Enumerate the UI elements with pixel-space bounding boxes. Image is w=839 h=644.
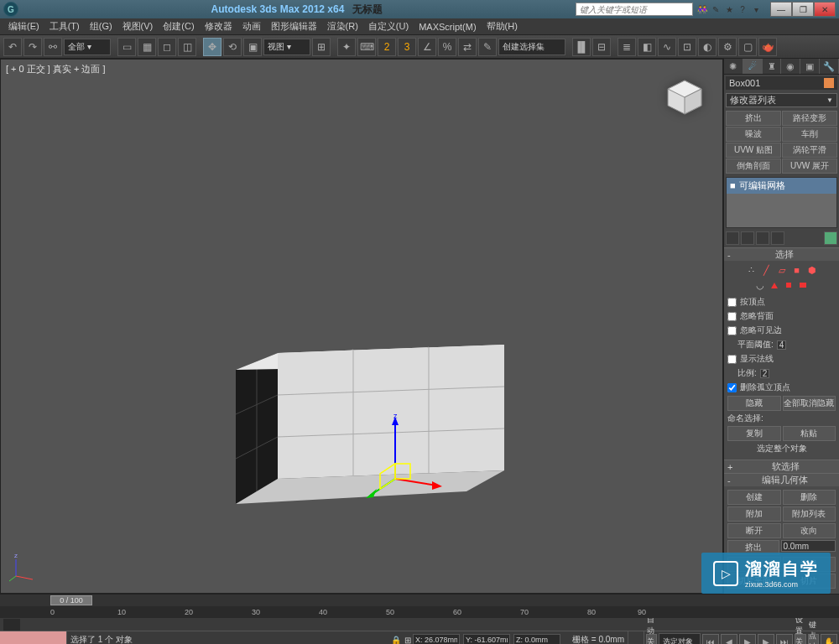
pivot-center-button[interactable]: ⊞ <box>312 38 331 56</box>
menu-group[interactable]: 组(G) <box>85 20 117 33</box>
dropdown-icon[interactable]: ▾ <box>750 3 762 15</box>
link-button[interactable]: ⚯ <box>44 38 62 56</box>
attach-list-button[interactable]: 附加列表 <box>783 506 836 522</box>
make-unique-button[interactable] <box>756 231 769 245</box>
lock-icon[interactable]: 🔒 <box>391 636 401 644</box>
key-target-combo[interactable]: 选定对象 <box>659 633 701 644</box>
viewcube[interactable] <box>664 76 706 118</box>
utilities-tab[interactable]: 🔧 <box>820 59 839 74</box>
hide-button[interactable]: 隐藏 <box>727 396 781 411</box>
menu-tools[interactable]: 工具(T) <box>44 20 85 33</box>
minimize-button[interactable]: — <box>770 2 792 17</box>
break-button[interactable]: 断开 <box>727 523 781 538</box>
viewport-label[interactable]: [ + 0 正交 ] 真实 + 边面 ] <box>6 63 106 75</box>
edit-named-sel-button[interactable]: ✎ <box>478 38 497 56</box>
selection-lock-toggle[interactable]: ⊸ <box>628 631 644 644</box>
mod-btn-turbosmooth[interactable]: 涡轮平滑 <box>782 143 837 158</box>
sel-row2-3[interactable] <box>782 279 795 291</box>
manipulate-button[interactable]: ✦ <box>337 38 356 56</box>
delete-button[interactable]: 删除 <box>783 490 836 505</box>
sel-row2-4[interactable] <box>796 279 810 291</box>
move-button[interactable]: ✥ <box>203 38 221 56</box>
element-subobj-icon[interactable]: ⬢ <box>805 264 819 276</box>
scale-button[interactable]: ▣ <box>243 38 262 56</box>
viewport[interactable]: [ + 0 正交 ] 真实 + 边面 ] <box>0 59 723 594</box>
sign-in-icon[interactable]: ✎ <box>710 3 722 15</box>
ignore-visible-checkbox[interactable] <box>727 326 737 335</box>
mod-btn-noise[interactable]: 噪波 <box>726 127 781 142</box>
render-setup-button[interactable]: ⚙ <box>718 38 737 56</box>
create-button[interactable]: 创建 <box>727 490 781 505</box>
rectangle-select-button[interactable]: ◻ <box>158 38 176 56</box>
undo-button[interactable]: ↶ <box>3 38 22 56</box>
modifier-list-combo[interactable]: 修改器列表 <box>726 93 837 107</box>
extrude-value-input[interactable] <box>781 540 836 552</box>
select-object-button[interactable]: ▭ <box>117 38 136 56</box>
snap-2d-button[interactable]: 2 <box>378 38 396 56</box>
menu-help[interactable]: 帮助(H) <box>482 20 523 33</box>
prev-frame-button[interactable]: ◀ <box>721 634 737 644</box>
window-crossing-button[interactable]: ◫ <box>178 38 196 56</box>
time-ruler[interactable]: 0 10 20 30 40 50 60 70 80 90 <box>0 606 839 618</box>
rollout-selection[interactable]: 选择 <box>724 247 839 261</box>
help-icon[interactable]: ? <box>737 3 748 15</box>
display-tab[interactable]: ▣ <box>800 59 820 74</box>
key-filters-button[interactable]: 关键点过滤器 <box>808 634 819 644</box>
menu-views[interactable]: 视图(V) <box>117 20 159 33</box>
next-frame-button[interactable]: ▶ <box>758 634 774 644</box>
rollout-soft-selection[interactable]: 软选择 <box>724 460 839 473</box>
render-frame-button[interactable]: ▢ <box>738 38 757 56</box>
configure-sets-button[interactable] <box>824 231 837 245</box>
normals-scale-input[interactable] <box>760 369 769 378</box>
snap-3d-button[interactable]: 3 <box>398 38 416 56</box>
menu-maxscript[interactable]: MAXScript(M) <box>414 22 481 32</box>
face-subobj-icon[interactable]: ▱ <box>775 264 789 276</box>
polygon-subobj-icon[interactable]: ■ <box>790 264 804 276</box>
help-search-input[interactable] <box>576 3 693 16</box>
auto-key-button[interactable]: 自动关键点 <box>646 634 657 644</box>
x-coord-input[interactable] <box>413 634 460 644</box>
curve-editor-button[interactable]: ∿ <box>658 38 676 56</box>
spinner-snap-button[interactable]: ⇄ <box>458 38 477 56</box>
layer-manager-button[interactable]: ≣ <box>618 38 636 56</box>
show-end-result-button[interactable] <box>741 231 754 245</box>
ignore-backface-checkbox[interactable] <box>727 312 737 321</box>
keyboard-shortcuts-button[interactable]: ⌨ <box>357 38 376 56</box>
sel-row2-1[interactable]: ◡ <box>753 279 767 291</box>
named-selection-combo[interactable]: 创建选择集 <box>498 39 565 55</box>
modifier-stack[interactable]: ■可编辑网格 <box>726 177 837 228</box>
menu-create[interactable]: 创建(C) <box>158 20 199 33</box>
menu-edit[interactable]: 编辑(E) <box>3 20 44 33</box>
edge-subobj-icon[interactable]: ╱ <box>760 264 774 276</box>
motion-tab[interactable]: ◉ <box>781 59 800 74</box>
pin-stack-button[interactable] <box>726 231 739 245</box>
by-vertex-checkbox[interactable] <box>727 298 737 307</box>
mod-btn-bevelprofile[interactable]: 倒角剖面 <box>726 158 781 174</box>
remove-modifier-button[interactable] <box>771 231 784 245</box>
create-tab[interactable]: ✺ <box>724 59 743 74</box>
mod-btn-uvwmap[interactable]: UVW 贴图 <box>726 143 781 158</box>
rollout-edit-geometry[interactable]: 编辑几何体 <box>724 473 839 486</box>
menu-animation[interactable]: 动画 <box>237 20 266 33</box>
sel-row2-2[interactable] <box>768 279 781 291</box>
ref-coord-system-combo[interactable]: 视图 ▾ <box>263 39 310 55</box>
rotate-button[interactable]: ⟲ <box>223 38 242 56</box>
modify-tab[interactable]: ☄ <box>743 59 763 74</box>
stack-editable-mesh[interactable]: ■可编辑网格 <box>727 178 836 194</box>
search-icon[interactable]: 👭 <box>696 3 708 15</box>
delete-isolated-checkbox[interactable] <box>727 383 737 392</box>
render-button[interactable]: 🫖 <box>758 38 777 56</box>
nav-pan-button[interactable]: ✋ <box>821 634 837 644</box>
track-bar-icon[interactable] <box>3 619 20 631</box>
planar-threshold-input[interactable] <box>777 340 786 350</box>
show-normals-checkbox[interactable] <box>727 355 737 364</box>
menu-rendering[interactable]: 渲染(R) <box>322 20 363 33</box>
time-slider-thumb[interactable]: 0 / 100 <box>50 595 92 605</box>
angle-snap-button[interactable]: ∠ <box>418 38 436 56</box>
y-coord-input[interactable] <box>463 634 510 644</box>
paste-sel-button[interactable]: 粘贴 <box>783 426 836 441</box>
menu-customize[interactable]: 自定义(U) <box>363 20 414 33</box>
star-icon[interactable]: ★ <box>723 3 735 15</box>
z-coord-input[interactable] <box>513 634 560 644</box>
menu-graph-editors[interactable]: 图形编辑器 <box>266 20 322 33</box>
